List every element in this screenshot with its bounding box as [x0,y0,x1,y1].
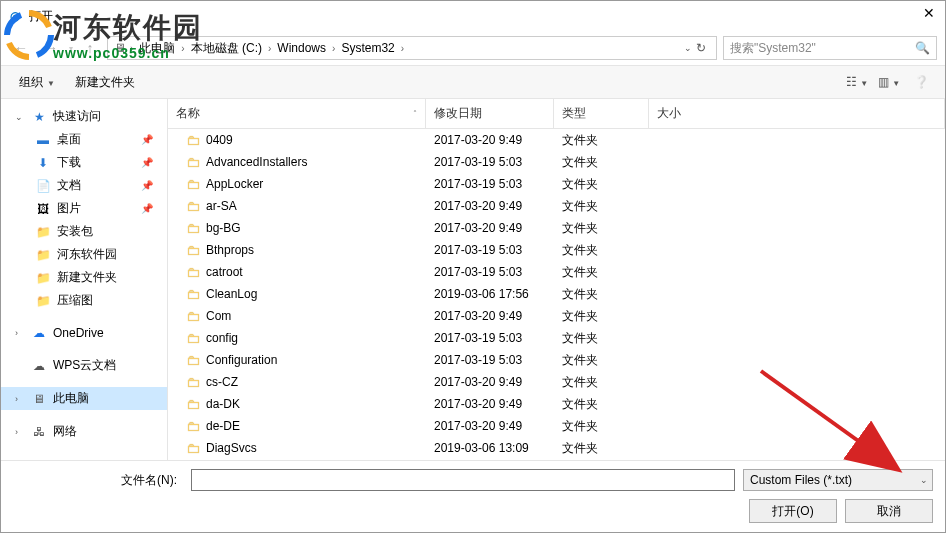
table-row[interactable]: 🗀DiagSvcs2019-03-06 13:09文件夹 [168,437,945,459]
file-name: cs-CZ [206,375,238,389]
folder-icon: 📁 [35,224,51,240]
filename-label: 文件名(N): [13,472,183,489]
table-row[interactable]: 🗀CleanLog2019-03-06 17:56文件夹 [168,283,945,305]
search-icon[interactable]: 🔍 [915,41,930,55]
help-icon[interactable]: ❔ [907,75,935,89]
file-date: 2017-03-19 5:03 [426,352,554,369]
chevron-right-icon[interactable]: › [266,43,273,54]
table-row[interactable]: 🗀AppLocker2017-03-19 5:03文件夹 [168,173,945,195]
table-row[interactable]: 🗀cs-CZ2017-03-20 9:49文件夹 [168,371,945,393]
sidebar-item-documents[interactable]: 📄文档📌 [1,174,167,197]
column-header-date[interactable]: 修改日期 [426,99,554,128]
breadcrumb[interactable]: 🖥 › 此电脑 › 本地磁盘 (C:) › Windows › System32… [107,36,717,60]
pc-icon: 🖥 [112,40,128,56]
folder-icon: 🗀 [186,198,200,214]
table-row[interactable]: 🗀04092017-03-20 9:49文件夹 [168,129,945,151]
file-date: 2017-03-19 5:03 [426,176,554,193]
cancel-button[interactable]: 取消 [845,499,933,523]
organize-button[interactable]: 组织▼ [11,70,63,95]
file-date: 2017-03-19 5:03 [426,330,554,347]
column-label: 修改日期 [434,105,482,122]
sidebar-this-pc[interactable]: › 🖥 此电脑 [1,387,167,410]
sidebar-onedrive[interactable]: › ☁ OneDrive [1,322,167,344]
breadcrumb-dropdown-icon[interactable]: ⌄ [684,43,692,53]
breadcrumb-segment[interactable]: Windows [273,41,330,55]
refresh-icon[interactable]: ↻ [696,41,706,55]
sidebar-network[interactable]: › 🖧 网络 [1,420,167,443]
folder-icon: 🗀 [186,264,200,280]
table-row[interactable]: 🗀Bthprops2017-03-19 5:03文件夹 [168,239,945,261]
sidebar-item-label: 文档 [57,177,81,194]
table-row[interactable]: 🗀Com2017-03-20 9:49文件夹 [168,305,945,327]
table-row[interactable]: 🗀AdvancedInstallers2017-03-19 5:03文件夹 [168,151,945,173]
file-name: bg-BG [206,221,241,235]
column-header-type[interactable]: 类型 [554,99,649,128]
table-row[interactable]: 🗀de-DE2017-03-20 9:49文件夹 [168,415,945,437]
file-date: 2017-03-19 5:03 [426,242,554,259]
nav-back-button[interactable]: ← [9,36,33,60]
expand-icon[interactable]: ⌄ [15,112,25,122]
folder-icon: 🗀 [186,308,200,324]
file-type: 文件夹 [554,396,649,413]
sidebar-item-folder[interactable]: 📁安装包 [1,220,167,243]
table-row[interactable]: 🗀ar-SA2017-03-20 9:49文件夹 [168,195,945,217]
breadcrumb-segment[interactable]: 此电脑 [135,40,179,57]
file-name: da-DK [206,397,240,411]
main-area: ⌄ ★ 快速访问 ▬桌面📌 ⬇下载📌 📄文档📌 🖼图片📌 📁安装包 📁河东软件园… [1,99,945,460]
history-dropdown-icon[interactable]: ▾ [69,44,73,53]
new-folder-button[interactable]: 新建文件夹 [67,70,143,95]
chevron-right-icon[interactable]: › [330,43,337,54]
breadcrumb-segment[interactable]: System32 [337,41,398,55]
file-size [649,154,945,171]
cloud-icon: ☁ [31,325,47,341]
chevron-right-icon[interactable]: › [399,43,406,54]
table-row[interactable]: 🗀Configuration2017-03-19 5:03文件夹 [168,349,945,371]
chevron-right-icon[interactable]: › [128,43,135,54]
folder-icon: 🗀 [186,330,200,346]
preview-pane-icon[interactable]: ▥ ▼ [875,75,903,89]
chevron-right-icon[interactable]: › [179,43,186,54]
sidebar-item-folder[interactable]: 📁河东软件园 [1,243,167,266]
open-button[interactable]: 打开(O) [749,499,837,523]
folder-icon: 🗀 [186,440,200,456]
pictures-icon: 🖼 [35,201,51,217]
sidebar-item-folder[interactable]: 📁压缩图 [1,289,167,312]
file-date: 2017-03-19 5:03 [426,154,554,171]
file-date: 2017-03-20 9:49 [426,374,554,391]
table-row[interactable]: 🗀catroot2017-03-19 5:03文件夹 [168,261,945,283]
nav-up-button[interactable]: ↑ [79,36,101,60]
sidebar-wps[interactable]: ☁ WPS云文档 [1,354,167,377]
expand-icon[interactable]: › [15,394,25,404]
file-type: 文件夹 [554,286,649,303]
file-date: 2017-03-20 9:49 [426,220,554,237]
search-input[interactable]: 搜索"System32" 🔍 [723,36,937,60]
breadcrumb-segment[interactable]: 本地磁盘 (C:) [187,40,266,57]
cloud-icon: ☁ [31,358,47,374]
sidebar-quick-access[interactable]: ⌄ ★ 快速访问 [1,105,167,128]
view-options-icon[interactable]: ☷ ▼ [843,75,871,89]
folder-icon: 🗀 [186,396,200,412]
close-icon[interactable]: ✕ [923,5,935,21]
file-type-filter[interactable]: Custom Files (*.txt) ⌄ [743,469,933,491]
file-size [649,374,945,391]
sidebar-item-downloads[interactable]: ⬇下载📌 [1,151,167,174]
expand-icon[interactable]: › [15,427,25,437]
sidebar-item-desktop[interactable]: ▬桌面📌 [1,128,167,151]
column-header-size[interactable]: 大小 [649,99,945,128]
filename-input[interactable] [191,469,735,491]
toolbar: 组织▼ 新建文件夹 ☷ ▼ ▥ ▼ ❔ [1,65,945,99]
sidebar-item-label: 桌面 [57,131,81,148]
file-type: 文件夹 [554,132,649,149]
table-row[interactable]: 🗀bg-BG2017-03-20 9:49文件夹 [168,217,945,239]
folder-icon: 📁 [35,270,51,286]
table-row[interactable]: 🗀config2017-03-19 5:03文件夹 [168,327,945,349]
nav-forward-button[interactable]: → [39,36,63,60]
sidebar-item-folder[interactable]: 📁新建文件夹 [1,266,167,289]
sidebar-item-pictures[interactable]: 🖼图片📌 [1,197,167,220]
column-header-name[interactable]: 名称˄ [168,99,426,128]
file-list: 名称˄ 修改日期 类型 大小 🗀04092017-03-20 9:49文件夹🗀A… [168,99,945,460]
expand-icon[interactable]: › [15,328,25,338]
table-row[interactable]: 🗀da-DK2017-03-20 9:49文件夹 [168,393,945,415]
address-bar-row: ← → ▾ ↑ 🖥 › 此电脑 › 本地磁盘 (C:) › Windows › … [1,31,945,65]
file-name: AdvancedInstallers [206,155,307,169]
